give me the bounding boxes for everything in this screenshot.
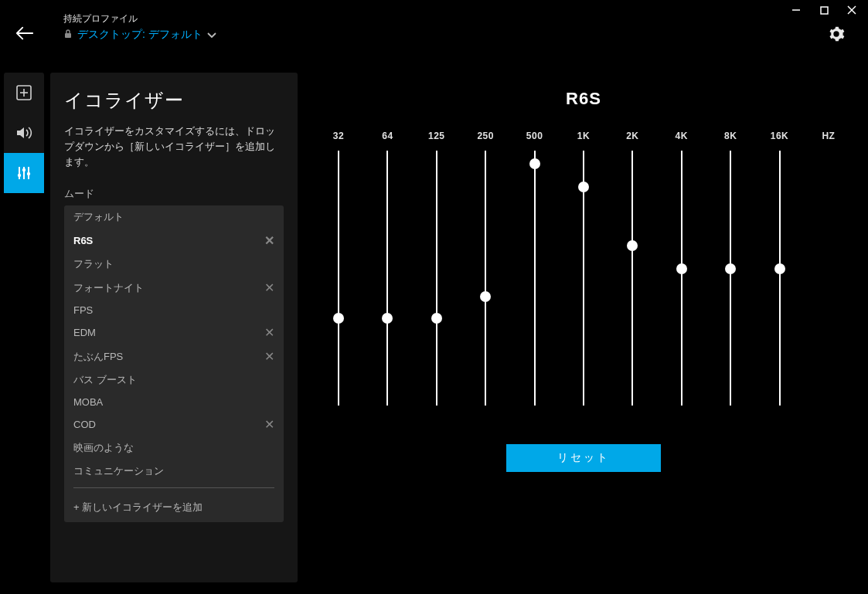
slider-thumb[interactable] — [529, 158, 540, 169]
preset-item-label: EDM — [73, 327, 96, 338]
slider-thumb[interactable] — [774, 263, 785, 274]
slider-thumb[interactable] — [333, 313, 344, 324]
equalizer-title: R6S — [317, 89, 850, 109]
slider-track — [681, 151, 682, 406]
preset-item[interactable]: 映画のような — [64, 436, 284, 460]
slider-track — [436, 151, 437, 406]
nav-volume[interactable] — [4, 113, 44, 153]
reset-button[interactable]: リセット — [506, 444, 661, 472]
eq-slider[interactable] — [666, 151, 697, 406]
panel-description: イコライザーをカスタマイズするには、ドロップダウンから［新しいイコライザー］を追… — [64, 124, 284, 170]
preset-item[interactable]: FPS — [64, 300, 284, 321]
panel-title: イコライザー — [64, 88, 284, 113]
eq-slider[interactable] — [372, 151, 403, 406]
svg-point-11 — [18, 174, 21, 177]
profile-selector[interactable]: デスクトップ: デフォルト — [63, 28, 216, 42]
slider-track — [730, 151, 731, 406]
equalizer-panel: イコライザー イコライザーをカスタマイズするには、ドロップダウンから［新しいイコ… — [50, 73, 298, 582]
unit-label: HZ — [813, 131, 844, 141]
chevron-down-icon — [207, 28, 216, 42]
slider-thumb[interactable] — [431, 313, 442, 324]
band-label: 16K — [764, 131, 795, 141]
add-equalizer-button[interactable]: + 新しいイコライザーを追加 — [64, 493, 284, 522]
slider-track — [338, 151, 339, 406]
preset-item[interactable]: バス ブースト — [64, 368, 284, 392]
preset-item-label: COD — [73, 419, 96, 430]
preset-item-label: MOBA — [73, 396, 103, 408]
side-nav — [4, 73, 44, 193]
slider-track — [779, 151, 781, 406]
preset-item-label: R6S — [73, 235, 93, 246]
equalizer-band-labels: 32641252505001K2K4K8K16KHZ — [317, 131, 850, 141]
preset-item-label: たぶんFPS — [73, 350, 123, 364]
preset-item-label: フラット — [73, 257, 114, 271]
eq-slider[interactable] — [470, 151, 501, 406]
preset-item[interactable]: フラット — [64, 253, 284, 276]
preset-item-label: 映画のような — [73, 441, 134, 455]
back-button[interactable] — [15, 24, 34, 42]
slider-thumb[interactable] — [676, 263, 687, 274]
slider-track — [534, 151, 536, 406]
delete-preset-icon[interactable]: ✕ — [264, 349, 274, 364]
band-label: 2K — [617, 131, 648, 141]
equalizer-area: R6S 32641252505001K2K4K8K16KHZ リセット — [317, 89, 850, 472]
preset-item[interactable]: コミュニケーション — [64, 460, 284, 483]
delete-preset-icon[interactable]: ✕ — [264, 325, 274, 340]
preset-item[interactable]: EDM✕ — [64, 321, 284, 345]
eq-slider[interactable] — [617, 151, 648, 406]
delete-preset-icon[interactable]: ✕ — [264, 233, 274, 248]
nav-add[interactable] — [4, 73, 44, 113]
slider-track — [485, 151, 486, 406]
preset-item-label: デフォルト — [73, 210, 124, 224]
svg-point-13 — [27, 172, 30, 175]
preset-item-label: フォートナイト — [73, 281, 144, 295]
eq-slider[interactable] — [519, 151, 550, 406]
preset-item[interactable]: たぶんFPS✕ — [64, 345, 284, 368]
nav-equalizer[interactable] — [4, 153, 44, 193]
profile-value: デスクトップ: デフォルト — [77, 28, 203, 42]
preset-item[interactable]: COD✕ — [64, 412, 284, 436]
band-label: 8K — [715, 131, 746, 141]
eq-slider[interactable] — [421, 151, 452, 406]
svg-point-12 — [22, 168, 26, 171]
band-label: 64 — [372, 131, 403, 141]
slider-thumb[interactable] — [578, 182, 589, 192]
mood-label: ムード — [64, 187, 284, 201]
slider-thumb[interactable] — [627, 240, 638, 251]
preset-item-label: FPS — [73, 304, 93, 316]
lock-icon — [63, 28, 73, 42]
dropdown-divider — [73, 487, 274, 488]
band-label: 500 — [519, 131, 550, 141]
band-label: 4K — [666, 131, 697, 141]
eq-slider[interactable] — [323, 151, 354, 406]
eq-slider[interactable] — [568, 151, 599, 406]
profile-block: 持続プロファイル デスクトップ: デフォルト — [63, 12, 216, 42]
header: 持続プロファイル デスクトップ: デフォルト — [15, 12, 853, 42]
preset-item-label: コミュニケーション — [73, 464, 164, 478]
delete-preset-icon[interactable]: ✕ — [264, 280, 274, 295]
preset-item[interactable]: フォートナイト✕ — [64, 276, 284, 300]
slider-thumb[interactable] — [725, 263, 736, 274]
band-label: 32 — [323, 131, 354, 141]
band-label: 1K — [568, 131, 599, 141]
preset-item[interactable]: MOBA — [64, 392, 284, 412]
eq-slider[interactable] — [764, 151, 795, 406]
equalizer-sliders — [317, 151, 850, 406]
profile-label: 持続プロファイル — [63, 12, 216, 25]
preset-dropdown[interactable]: デフォルトR6S✕フラットフォートナイト✕FPSEDM✕たぶんFPS✕バス ブー… — [64, 205, 284, 522]
slider-thumb[interactable] — [382, 313, 393, 324]
band-label: 250 — [470, 131, 501, 141]
slider-track — [386, 151, 388, 406]
band-label: 125 — [421, 131, 452, 141]
preset-item[interactable]: R6S✕ — [64, 229, 284, 253]
svg-rect-4 — [65, 33, 71, 38]
unit-column — [813, 151, 844, 406]
settings-button[interactable] — [828, 25, 845, 46]
slider-track — [631, 151, 633, 406]
preset-item[interactable]: デフォルト — [64, 205, 284, 229]
preset-item-label: バス ブースト — [73, 373, 137, 387]
slider-thumb[interactable] — [480, 291, 491, 302]
eq-slider[interactable] — [715, 151, 746, 406]
delete-preset-icon[interactable]: ✕ — [264, 417, 274, 432]
